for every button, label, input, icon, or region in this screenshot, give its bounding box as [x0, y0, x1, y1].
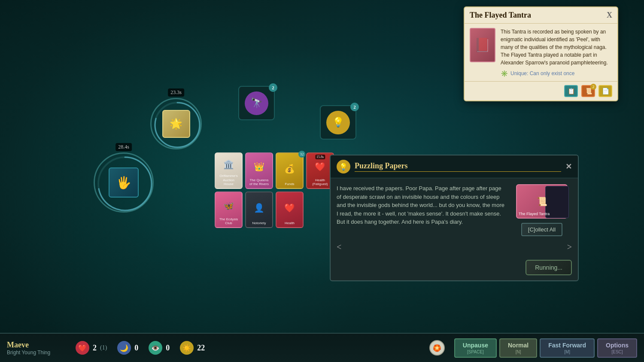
tooltip-description: This Tantra is recorded as being spoken … [501, 28, 612, 67]
soul-stat: 🌙 0 [117, 341, 138, 355]
card-health[interactable]: ❤️ Health [276, 192, 304, 228]
health-stat-value: 2 [93, 344, 97, 353]
eye-stat-icon: 👁️ [149, 341, 162, 355]
fast-forward-button[interactable]: Fast Forward [M] [540, 338, 595, 358]
health-fatigued-name: Health(Fatigued) [312, 178, 328, 186]
notoriety-name: Notoriety [252, 221, 266, 225]
timer-circle-large[interactable]: 28.4s 🖐️ [94, 152, 154, 213]
dialog-navigation: < > [331, 242, 578, 256]
timer-arc-large [95, 154, 155, 214]
tooltip-header: The Flayed Tantra X [465, 7, 617, 24]
options-button[interactable]: Options [ESC] [597, 338, 637, 358]
dialog-title: Puzzling Papers [355, 161, 561, 172]
auction-house-icon: 🏛️ [223, 155, 234, 174]
tooltip-action-3[interactable]: 📄 [598, 85, 612, 97]
dialog-header-icon: 💡 [337, 160, 350, 173]
token-icon: 🏵️ [429, 340, 445, 356]
card-ecdysis[interactable]: 🦋 The Ecdysis Club [215, 192, 243, 228]
health-icon: ❤️ [284, 194, 295, 221]
tooltip-close-button[interactable]: X [607, 11, 612, 20]
card-queens-rivers[interactable]: 👑 The Queensof the Rivers [245, 152, 273, 189]
funds-badge: 32 [298, 151, 305, 158]
options-key: [ESC] [611, 350, 623, 354]
hand-cards-container: 🏛️ Oriflamme'sAuctionHouse 👑 The Queenso… [215, 152, 334, 228]
dialog-body: I have received the papers. Poor Papa. P… [331, 178, 578, 242]
dialog-footer: Running... [331, 256, 578, 280]
timer-arc-medium [152, 99, 203, 151]
eye-stat-value: 0 [166, 344, 170, 353]
bottom-bar: Maeve Bright Young Thing ❤️ 2 (1) 🌙 0 👁️… [0, 333, 644, 362]
normal-button[interactable]: Normal [N] [499, 338, 537, 358]
dialog-next-button[interactable]: > [567, 242, 572, 252]
dialog-prev-button[interactable]: < [337, 242, 341, 252]
flayed-card-mini-icon: 📜 [537, 196, 547, 207]
flayed-tantra-tooltip: The Flayed Tantra X 📕 This Tantra is rec… [464, 6, 618, 101]
health-stat: ❤️ 2 (1) [76, 341, 107, 355]
tooltip-title: The Flayed Tantra [470, 11, 531, 20]
ecdysis-icon: 🦋 [223, 194, 234, 217]
tantra-card-image: 📕 [470, 28, 495, 62]
dialog-text-content: I have received the papers. Poor Papa. P… [337, 184, 507, 236]
queens-name: The Queensof the Rivers [249, 178, 269, 186]
lightbulb-badge: 2 [350, 103, 359, 111]
funds-name: Funds [285, 182, 294, 186]
health-stat-sub: (1) [100, 344, 107, 351]
tooltip-body: 📕 This Tantra is recorded as being spoke… [465, 24, 617, 81]
tooltip-footer: 📋 📜 2 📄 [465, 81, 617, 100]
soul-stat-icon: 🌙 [117, 341, 131, 355]
dialog-card-area: 📜 The Flayed Tantra [C]ollect All [512, 184, 572, 236]
fast-forward-label: Fast Forward [548, 342, 586, 349]
unpause-button[interactable]: Unpause [SPACE] [454, 338, 497, 358]
sun-stat-icon: ☀️ [180, 341, 194, 355]
card-slot-telescope[interactable]: 2 🔭 [238, 86, 275, 120]
tooltip-action-2[interactable]: 📜 2 [581, 85, 595, 97]
tooltip-action-1[interactable]: 📋 [564, 85, 578, 97]
queens-icon: 👑 [254, 155, 264, 178]
unique-icon: ✳️ [501, 70, 508, 77]
timer-label-medium: 23.3s [168, 88, 184, 97]
dialog-card-preview[interactable]: 📜 The Flayed Tantra [516, 184, 568, 219]
lightbulb-icon: 💡 [326, 111, 350, 134]
tantra-card-symbol: 📕 [474, 37, 491, 53]
player-info: Maeve Bright Young Thing [7, 341, 67, 356]
health-timer: 15.8s [315, 155, 325, 159]
puzzling-papers-dialog: 💡 Puzzling Papers ✕ I have received the … [330, 155, 579, 281]
telescope-icon: 🔭 [245, 91, 268, 115]
flayed-card-mini-name: The Flayed Tantra [519, 212, 550, 216]
action-2-badge: 2 [590, 84, 596, 90]
dialog-close-button[interactable]: ✕ [565, 162, 572, 171]
player-name: Maeve [7, 341, 67, 350]
player-subtitle: Bright Young Thing [7, 350, 67, 356]
health-name: Health [285, 221, 295, 225]
card-notoriety[interactable]: 👤 Notoriety [245, 192, 273, 228]
card-slot-lightbulb[interactable]: 2 💡 [320, 105, 356, 140]
unique-label: Unique: Can only exist once [510, 70, 574, 76]
funds-icon: 💰 [284, 155, 295, 182]
sun-stat: ☀️ 22 [180, 341, 205, 355]
eye-stat: 👁️ 0 [149, 341, 170, 355]
dialog-header: 💡 Puzzling Papers ✕ [331, 155, 578, 178]
running-button[interactable]: Running... [526, 260, 572, 275]
game-board: 28.4s 🖐️ 23.3s 🌟 2 🔭 2 💡 🏛️ Orifl [0, 0, 644, 333]
card-auction-house[interactable]: 🏛️ Oriflamme'sAuctionHouse [215, 152, 243, 189]
unpause-label: Unpause [463, 342, 488, 349]
collect-all-button[interactable]: [C]ollect All [521, 223, 562, 236]
timer-label-large: 28.4s [115, 143, 132, 151]
fast-forward-key: [M] [564, 350, 570, 354]
auction-house-name: Oriflamme'sAuctionHouse [219, 174, 237, 186]
sun-stat-value: 22 [197, 344, 205, 353]
notoriety-icon: 👤 [254, 194, 264, 221]
ecdysis-name: The Ecdysis Club [217, 217, 240, 225]
options-label: Options [606, 342, 629, 349]
normal-key: [N] [516, 350, 521, 354]
tooltip-unique-tag: ✳️ Unique: Can only exist once [501, 70, 612, 77]
timer-circle-medium[interactable]: 23.3s 🌟 [150, 98, 202, 149]
health-stat-icon: ❤️ [76, 341, 89, 355]
telescope-badge: 2 [269, 83, 277, 92]
unpause-key: [SPACE] [467, 350, 484, 354]
normal-label: Normal [508, 342, 529, 349]
soul-stat-value: 0 [134, 344, 138, 353]
tooltip-description-area: This Tantra is recorded as being spoken … [501, 28, 612, 77]
card-funds[interactable]: 32 💰 Funds [276, 152, 304, 189]
